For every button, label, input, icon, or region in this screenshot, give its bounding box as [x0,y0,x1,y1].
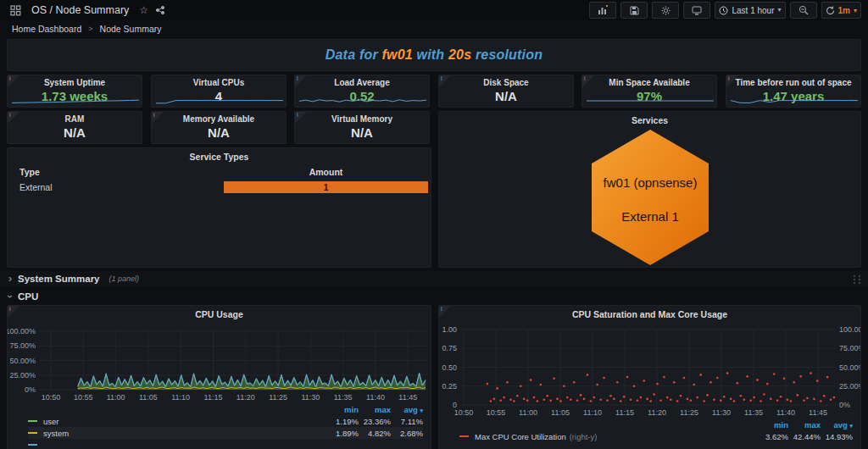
top-navbar: OS / Node Summary ☆ Last 1 hour ▾ 1m ▾ [0,0,868,20]
cpu-saturation-legend: min max avg ▾ Max CPU Core Utilization (… [459,419,853,442]
panel-title[interactable]: Service Types [8,148,431,162]
chevron-down-icon: ▾ [778,7,782,14]
svg-text:10:55: 10:55 [74,393,93,402]
stat-title[interactable]: Min Space Available [582,75,716,87]
sparkline [587,97,714,105]
stat-title[interactable]: System Uptime [8,75,142,87]
svg-text:11:05: 11:05 [139,393,158,402]
banner-segment: with [413,47,448,63]
cell-amount-bar: 1 [224,181,428,193]
chevron-down-icon: › [5,295,15,298]
drag-handle-icon[interactable] [851,274,863,285]
refresh-button[interactable]: 1m ▾ [821,2,861,19]
cpu-usage-legend: min max avg ▾ user 1.19% 23.36% 7.11% sy… [28,404,423,449]
row-panel-count: (1 panel) [109,274,140,283]
service-hexagon[interactable]: fw01 (opnsense) External 1 [591,129,709,266]
row-system-summary[interactable]: › System Summary (1 panel) [0,271,868,286]
svg-text:11:30: 11:30 [712,408,731,417]
svg-text:100.00%: 100.00% [8,327,36,335]
svg-text:11:45: 11:45 [809,408,827,417]
series-avg: 14.93% [821,432,853,441]
sparkline [12,97,139,105]
stat-title[interactable]: Virtual CPUs [152,75,286,87]
series-min: 1.19% [326,417,359,426]
svg-text:11:00: 11:00 [519,408,537,417]
breadcrumb-home-dashboard[interactable]: Home Dashboard [12,24,81,34]
zoom-out-button[interactable] [790,2,817,19]
svg-text:1.00: 1.00 [442,325,457,334]
svg-text:11:10: 11:10 [583,408,602,417]
panel-title[interactable]: Services [439,112,860,125]
time-range-picker[interactable]: Last 1 hour ▾ [715,2,785,19]
series-label[interactable]: user [43,417,58,426]
cell-type: External [19,182,53,192]
stat-panel-memory-available: i Memory Available N/A [151,111,287,144]
column-header-type[interactable]: Type [19,167,40,177]
sparkline [731,97,858,105]
breadcrumb-node-summary[interactable]: Node Summary [100,24,162,34]
banner-segment: 20s [448,47,471,63]
svg-text:25.00%: 25.00% [839,382,861,391]
stat-title[interactable]: Load Average [295,75,429,87]
svg-text:50.00%: 50.00% [839,363,861,372]
series-swatch [28,432,37,434]
svg-text:11:10: 11:10 [171,393,190,402]
legend-sort-min[interactable]: min [326,405,359,414]
svg-text:11:30: 11:30 [301,393,320,402]
svg-text:50.00%: 50.00% [9,357,36,365]
row-cpu[interactable]: › CPU [0,290,868,303]
column-header-amount[interactable]: Amount [224,167,428,177]
legend-sort-max[interactable]: max [788,420,821,430]
stat-value: N/A [8,125,142,140]
svg-text:11:40: 11:40 [366,393,385,402]
stat-value: N/A [439,89,573,103]
legend-sort-avg[interactable]: avg ▾ [391,405,423,414]
dashboard-settings-button[interactable] [652,2,679,19]
svg-text:11:15: 11:15 [204,393,223,402]
series-label[interactable]: Max CPU Core Utilization [475,432,566,441]
svg-text:0.50: 0.50 [442,363,457,372]
svg-text:11:20: 11:20 [648,408,666,417]
stat-panel-load-average: i Load Average 0.52 [294,75,430,108]
legend-sort-avg[interactable]: avg ▾ [821,420,853,430]
series-label[interactable]: system [43,429,69,438]
svg-text:0%: 0% [25,385,36,394]
dashboard-title: OS / Node Summary [31,4,129,16]
svg-text:10:50: 10:50 [42,393,61,402]
stat-panel-virtual-cpus: Virtual CPUs 4 [151,75,287,108]
hexagon-service-label: External 1 [591,209,709,224]
sparkline [156,97,283,105]
series-min: 1.89% [326,429,359,438]
series-avg: 7.11% [391,417,423,426]
stat-title[interactable]: Disk Space [439,75,573,87]
share-icon[interactable] [155,5,165,15]
row-label: System Summary [18,274,100,284]
add-panel-button[interactable] [589,2,616,19]
legend-sort-min[interactable]: min [756,420,788,430]
svg-text:11:25: 11:25 [269,393,287,402]
svg-text:11:45: 11:45 [398,393,417,402]
legend-sort-max[interactable]: max [359,405,391,414]
series-min: 3.62% [756,432,788,441]
series-swatch [28,420,37,422]
chevron-right-icon: › [8,274,12,284]
legend-header-row: min max avg ▾ [28,404,423,415]
series-max: 42.44% [788,432,821,441]
stat-title[interactable]: RAM [8,112,142,124]
stat-title[interactable]: Memory Available [152,112,286,124]
stat-panel-min-space-available: i Min Space Available 97% [581,75,717,108]
svg-text:10:50: 10:50 [454,408,474,417]
svg-text:11:40: 11:40 [776,408,795,417]
stat-title[interactable]: Time before run out of space [726,75,860,87]
apps-grid-icon[interactable] [10,5,21,16]
tv-kiosk-button[interactable] [683,2,710,19]
hexagon-shape [591,129,709,266]
save-dashboard-button[interactable] [620,2,648,19]
stat-panel-time-before-out-of-space: i Time before run out of space 1.47 year… [726,75,861,108]
star-icon[interactable]: ☆ [139,5,148,15]
series-swatch [459,435,469,437]
stat-title[interactable]: Virtual Memory [295,112,429,124]
svg-text:25.00%: 25.00% [9,371,36,380]
series-axis-suffix: (right-y) [570,432,598,441]
sort-caret-icon: ▾ [849,423,853,429]
